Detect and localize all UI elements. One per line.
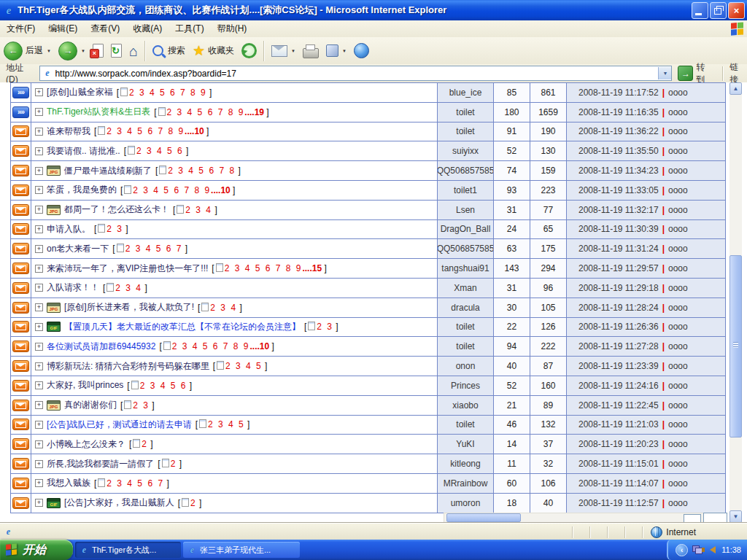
topic-link[interactable]: 都周一了！怎么还这么卡！ [64,203,169,216]
pagination[interactable]: [2 ] [178,498,202,508]
search-button[interactable]: 搜索 [149,39,189,63]
pagination[interactable]: [2 3 4 5 6 ] [127,381,192,391]
volume-icon[interactable] [710,546,716,553]
topic-link[interactable]: 谁来帮帮我 [47,125,90,138]
page-links[interactable]: 2 3 4 5 6 [140,381,187,391]
page-last-link[interactable]: ....10 [211,185,231,195]
page-links[interactable]: 2 3 4 5 6 7 [107,478,164,489]
expand-icon[interactable]: + [35,206,43,214]
stop-button[interactable]: × [89,39,107,63]
author-cell[interactable]: toilet1 [438,181,494,200]
scroll-up-button[interactable]: ▲ [729,82,742,95]
pagination[interactable]: [2 3 4 5 6 7 8 9....15 ] [212,263,326,273]
menu-favorites[interactable]: 收藏(A) [126,20,169,37]
mail-dropdown-icon[interactable]: ▼ [291,49,295,53]
author-cell[interactable]: toilet [438,416,494,435]
minimize-button[interactable] [692,2,708,19]
topic-link[interactable]: 申请入队。 [47,223,90,236]
author-cell[interactable]: blue_ice [438,83,494,102]
pagination[interactable]: [2 3 4 ] [173,205,217,215]
author-cell[interactable]: toilet [438,122,494,141]
pagination[interactable]: [2 3 ] [304,322,338,332]
pagination[interactable]: [2 3 4 5 6 7 8 9....19 ] [154,107,268,117]
pagination[interactable]: [2 3 4 5 6 7 8 9....10 ] [159,341,274,351]
start-button[interactable]: 开始 [0,540,73,560]
expand-icon[interactable]: + [35,499,43,507]
pagination[interactable]: [2 3 4 5 6 ] [124,146,189,156]
author-cell[interactable]: onon [438,357,494,376]
pagination[interactable]: [2 3 4 ] [103,283,147,293]
page-last-link[interactable]: ....10 [249,341,269,351]
topic-link[interactable]: 来索沛玩一年了，离VIP注册也快一年了!!! [47,262,208,275]
expand-icon[interactable]: + [35,421,43,429]
expand-icon[interactable]: + [35,381,43,389]
expand-icon[interactable]: + [35,186,43,194]
expand-icon[interactable]: + [35,303,43,311]
menu-tools[interactable]: 工具(T) [169,20,210,37]
pagination[interactable]: [2 3 4 5 6 7 ] [112,244,187,254]
author-cell[interactable]: suiyixx [438,141,494,160]
page-links[interactable]: 2 3 4 [210,303,237,313]
author-cell[interactable]: DragOn_Ball [438,220,494,239]
pagination[interactable]: [2 3 ] [94,224,128,234]
expand-icon[interactable]: + [35,128,43,136]
expand-icon[interactable]: + [35,167,43,175]
page-links[interactable]: 2 3 4 5 6 [136,146,184,156]
pagination[interactable]: [2 3 4 5 ] [213,361,268,371]
expand-icon[interactable]: + [35,401,43,409]
page-links[interactable]: 2 3 4 5 6 7 8 9 [167,107,245,117]
favorites-button[interactable]: ★ 收藏夹 [189,39,238,63]
taskbar-task-current[interactable]: e ThF.Tiger各大战... [75,542,181,558]
pagination[interactable]: [2 3 ] [120,400,155,411]
page-links[interactable]: 2 3 4 5 [208,419,245,429]
expand-icon[interactable]: + [35,440,43,448]
page-links[interactable]: 2 3 4 5 6 7 8 9 [129,88,207,98]
network-icon[interactable] [692,545,703,554]
pagination[interactable]: [2 3 4 5 ] [196,419,250,429]
menu-edit[interactable]: 编辑(E) [42,20,84,37]
author-cell[interactable]: xiaobo [438,396,494,415]
vertical-scrollbar[interactable]: ▲ ▼ [729,82,742,523]
topic-link[interactable]: [原创]山贼全家福 [47,86,113,98]
expand-icon[interactable]: + [35,88,43,96]
page-links[interactable]: 2 3 [107,224,123,234]
taskbar-task-other[interactable]: e 张三丰弟子现代生... [183,542,300,558]
messenger-button[interactable] [350,39,373,63]
scroll-down-button[interactable]: ▼ [729,510,742,523]
menu-file[interactable]: 文件(F) [0,20,42,37]
mail-button[interactable]: ▼ [268,39,299,63]
page-links[interactable]: 2 3 [317,322,333,332]
topic-link[interactable]: 入队请求！！ [47,281,99,294]
topic-link[interactable]: 笨蛋，我是免费的 [47,184,117,196]
pagination[interactable]: [2 3 4 5 6 7 8 ] [155,166,241,176]
expand-icon[interactable]: + [35,460,43,468]
page-last-link[interactable]: ....10 [185,126,204,136]
page-links[interactable]: 2 [190,498,197,508]
restore-button[interactable] [710,2,727,19]
expand-icon[interactable]: + [35,147,43,155]
author-cell[interactable]: kitleong [438,454,494,473]
menu-view[interactable]: 查看(V) [84,20,126,37]
address-input[interactable]: e http://www.sorpack.com/index.asp?board… [39,66,672,81]
author-cell[interactable]: QQ506857585 [438,161,494,180]
back-button[interactable]: ← 后退 ▼ [0,39,55,63]
topic-link[interactable]: 小博晚上怎么没来？ [47,438,125,451]
author-cell[interactable]: toilet [438,103,494,122]
author-cell[interactable]: Lsen [438,201,494,219]
refresh-button[interactable]: ↻ [107,39,125,63]
author-cell[interactable]: MRrainbow [438,474,494,493]
topic-link[interactable]: 博彩新玩法: 猜猜六合彩特别号码躲在哪里 [47,360,209,373]
back-dropdown-icon[interactable]: ▼ [47,49,51,53]
topic-link[interactable]: 真的谢谢你们 [64,399,117,411]
topic-link[interactable]: 【置顶几天】老大最近的改革汇总【不常在论坛的会员注意】 [64,321,301,333]
expand-icon[interactable]: + [35,265,43,273]
author-cell[interactable]: tangshuai91 [438,259,494,278]
author-cell[interactable]: toilet [438,337,494,356]
page-links[interactable]: 2 3 4 [115,283,142,293]
menu-help[interactable]: 帮助(H) [211,20,254,37]
page-links[interactable]: 2 [142,439,148,449]
page-links[interactable]: 2 3 4 5 6 7 8 9 [133,185,211,195]
history-button[interactable] [238,39,260,63]
topic-link[interactable]: on老大来看一下 [47,243,109,255]
pagination[interactable]: [2 3 4 5 6 7 8 9 ] [117,88,212,98]
